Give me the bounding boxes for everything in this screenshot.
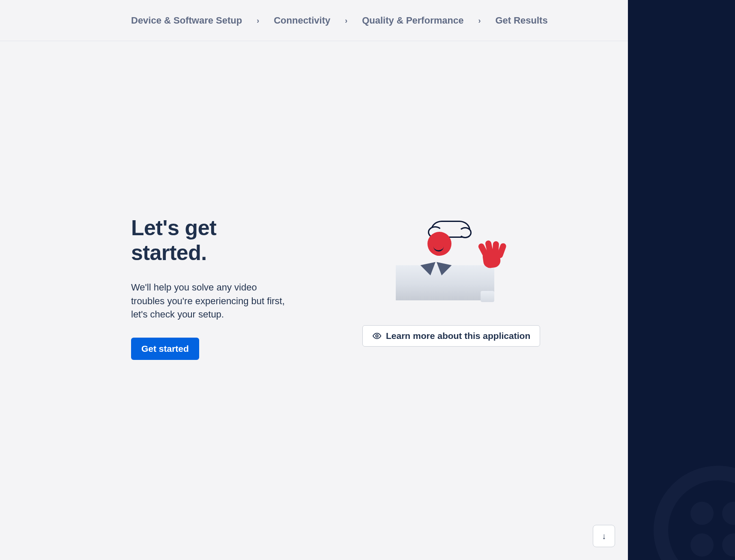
page-description: We'll help you solve any video troubles …	[131, 281, 285, 322]
chevron-right-icon: ›	[345, 17, 347, 24]
arrow-down-icon: ↓	[602, 531, 606, 541]
page-title: Let's get started.	[131, 216, 285, 265]
get-started-button[interactable]: Get started	[131, 338, 199, 360]
brand-logo-icon	[654, 466, 735, 560]
learn-more-button[interactable]: Learn more about this application	[362, 325, 540, 347]
chevron-right-icon: ›	[478, 17, 481, 24]
eye-icon	[372, 331, 382, 341]
scroll-down-button[interactable]: ↓	[593, 525, 615, 547]
svg-point-0	[376, 335, 378, 337]
step-device-software[interactable]: Device & Software Setup	[131, 15, 242, 26]
brand-sidebar	[628, 0, 735, 560]
learn-more-label: Learn more about this application	[386, 331, 530, 341]
steps-bar: Device & Software Setup › Connectivity ›…	[0, 0, 628, 41]
waving-person-illustration	[396, 219, 507, 300]
main-content: Let's get started. We'll help you solve …	[0, 41, 628, 560]
chevron-right-icon: ›	[257, 17, 259, 24]
step-get-results[interactable]: Get Results	[495, 15, 547, 26]
step-quality-performance[interactable]: Quality & Performance	[362, 15, 463, 26]
step-connectivity[interactable]: Connectivity	[274, 15, 330, 26]
